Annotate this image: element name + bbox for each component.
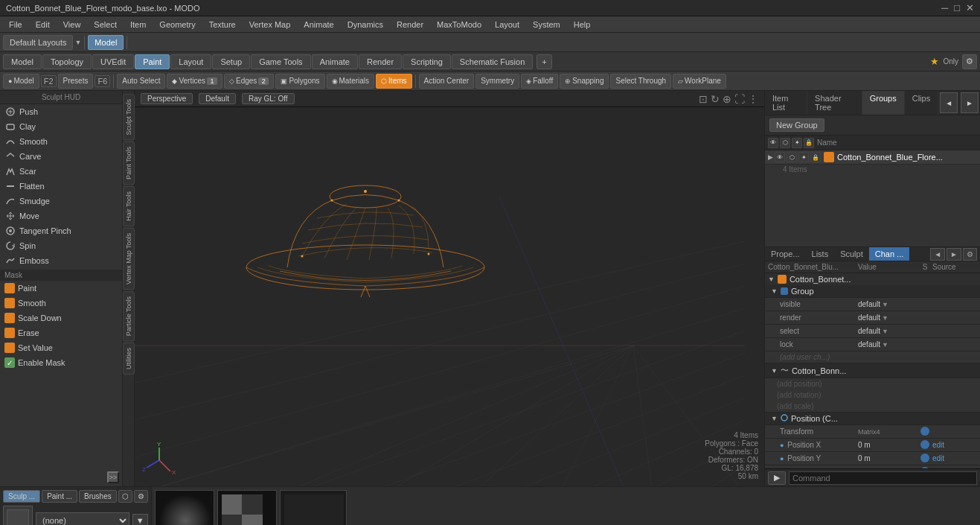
menu-dynamics[interactable]: Dynamics bbox=[342, 19, 389, 31]
command-run-btn[interactable]: ▶ bbox=[768, 471, 786, 485]
brush-swatch-1[interactable] bbox=[155, 490, 214, 525]
tab-item-list[interactable]: Item List bbox=[765, 91, 807, 115]
side-tab-sculpt-tools[interactable]: Sculpt Tools bbox=[123, 94, 135, 140]
maximize-btn[interactable]: □ bbox=[954, 2, 960, 13]
viewport-settings-btn[interactable]: ⋮ bbox=[748, 93, 758, 105]
bottom-tab-paint[interactable]: Paint ... bbox=[42, 490, 77, 503]
model-tab[interactable]: Model bbox=[88, 35, 124, 50]
chan-position-x-edit[interactable]: edit bbox=[932, 441, 977, 449]
panel-collapse-left-btn[interactable]: ◄ bbox=[940, 92, 958, 113]
tab-schematic-fusion[interactable]: Schematic Fusion bbox=[452, 54, 533, 69]
tab-uvedit[interactable]: UVEdit bbox=[92, 54, 134, 69]
tool-spin[interactable]: Spin bbox=[0, 238, 122, 253]
viewport-style-btn[interactable]: Default bbox=[199, 93, 236, 104]
chan-add-position[interactable]: (add position) bbox=[765, 378, 980, 389]
tool-push[interactable]: Push bbox=[0, 104, 122, 119]
chan-tab-sculpt[interactable]: Sculpt bbox=[834, 247, 869, 261]
menu-render[interactable]: Render bbox=[391, 19, 429, 31]
tab-animate[interactable]: Animate bbox=[312, 54, 358, 69]
chan-collapse-btn[interactable]: ◄ bbox=[930, 248, 945, 261]
tab-shader-tree[interactable]: Shader Tree bbox=[807, 91, 862, 115]
menu-layout[interactable]: Layout bbox=[489, 19, 525, 31]
viewport-fullscreen-btn[interactable]: ⛶ bbox=[734, 93, 745, 105]
edges-btn[interactable]: ◇ Edges 2 bbox=[224, 74, 274, 89]
tab-layout[interactable]: Layout bbox=[170, 54, 211, 69]
chan-position-y-edit[interactable]: edit bbox=[932, 454, 977, 462]
snapping-btn[interactable]: ⊕ Snapping bbox=[560, 74, 609, 89]
chan-add-user-group[interactable]: (add user ch...) bbox=[765, 351, 980, 363]
mask-paint[interactable]: Paint bbox=[0, 281, 122, 296]
group-item-cotton-bonnet[interactable]: ▶ 👁 ⬡ ✦ 🔒 Cotton_Bonnet_Blue_Flore... bbox=[765, 150, 980, 165]
tab-topology[interactable]: Topology bbox=[42, 54, 92, 69]
tool-move[interactable]: Move bbox=[0, 209, 122, 223]
chan-row-select[interactable]: select default ▼ bbox=[765, 325, 980, 338]
bottom-tab-brushes[interactable]: Brushes bbox=[79, 490, 117, 503]
group-select-icon[interactable]: ✦ bbox=[798, 152, 809, 162]
falloff-btn[interactable]: ◈ Falloff bbox=[521, 74, 558, 89]
chan-add-rotation[interactable]: (add rotation) bbox=[765, 389, 980, 401]
chan-root-group[interactable]: ▼ Cotton_Bonnet... bbox=[765, 273, 980, 285]
action-center-btn[interactable]: Action Center bbox=[419, 74, 475, 89]
viewport-render-btn[interactable]: Ray GL: Off bbox=[242, 93, 295, 104]
mask-set-value[interactable]: Set Value bbox=[0, 340, 122, 355]
chan-tab-chan[interactable]: Chan ... bbox=[869, 247, 910, 261]
menu-select[interactable]: Select bbox=[88, 19, 123, 31]
viewport-fit-btn[interactable]: ⊡ bbox=[699, 93, 708, 105]
mask-erase[interactable]: Erase bbox=[0, 325, 122, 340]
tool-flatten[interactable]: Flatten bbox=[0, 179, 122, 194]
brush-dropdown-btn[interactable]: ▼ bbox=[132, 514, 148, 525]
chan-tab-properties[interactable]: Prope... bbox=[765, 247, 806, 261]
brush-select-dropdown[interactable]: (none) bbox=[36, 512, 129, 525]
side-tab-particle-tools[interactable]: Particle Tools bbox=[123, 291, 135, 341]
menu-geometry[interactable]: Geometry bbox=[153, 19, 201, 31]
add-tab-btn[interactable]: + bbox=[537, 54, 551, 69]
menu-view[interactable]: View bbox=[57, 19, 87, 31]
tool-clay[interactable]: Clay bbox=[0, 119, 122, 134]
menu-vertex-map[interactable]: Vertex Map bbox=[243, 19, 297, 31]
group-lock-icon[interactable]: 🔒 bbox=[810, 152, 821, 162]
settings-btn[interactable]: ⚙ bbox=[962, 54, 977, 69]
items-btn[interactable]: ⬡ Items bbox=[376, 74, 411, 89]
chan-add-scale[interactable]: (add scale) bbox=[765, 401, 980, 412]
tab-setup[interactable]: Setup bbox=[212, 54, 250, 69]
chan-tab-lists[interactable]: Lists bbox=[806, 247, 835, 261]
tool-tangent-pinch[interactable]: Tangent Pinch bbox=[0, 223, 122, 238]
chan-row-render[interactable]: render default ▼ bbox=[765, 311, 980, 325]
menu-item[interactable]: Item bbox=[124, 19, 152, 31]
chan-row-visible[interactable]: visible default ▼ bbox=[765, 298, 980, 311]
select-through-btn[interactable]: Select Through bbox=[610, 74, 671, 89]
mask-enable[interactable]: ✓ Enable Mask bbox=[0, 355, 122, 370]
viewport[interactable]: Perspective Default Ray GL: Off ⊡ ↻ ⊕ ⛶ … bbox=[135, 91, 764, 486]
chan-settings-btn[interactable]: ⚙ bbox=[963, 248, 977, 261]
chan-group-header-group[interactable]: ▼ Group bbox=[765, 285, 980, 298]
mask-smooth[interactable]: Smooth bbox=[0, 296, 122, 311]
minimize-btn[interactable]: ─ bbox=[941, 2, 948, 13]
viewport-perspective-btn[interactable]: Perspective bbox=[141, 93, 193, 104]
group-render-icon[interactable]: ⬡ bbox=[787, 152, 797, 162]
menu-help[interactable]: Help bbox=[568, 19, 597, 31]
menu-animate[interactable]: Animate bbox=[298, 19, 339, 31]
presets-btn[interactable]: Presets bbox=[58, 74, 94, 89]
workplane-btn[interactable]: ▱ WorkPlane bbox=[673, 74, 726, 89]
chan-row-position-x[interactable]: ● Position X 0 m edit bbox=[765, 439, 980, 452]
tab-groups[interactable]: Groups bbox=[862, 91, 905, 115]
default-layouts-dropdown[interactable]: Default Layouts bbox=[3, 35, 73, 50]
side-tab-vertex-map-tools[interactable]: Vertex Map Tools bbox=[123, 228, 135, 290]
brush-swatch-3[interactable] bbox=[280, 490, 347, 525]
menu-maxtomodo[interactable]: MaxToModo bbox=[431, 19, 487, 31]
chan-row-position-y[interactable]: ● Position Y 0 m edit bbox=[765, 452, 980, 465]
bottom-expand-btn[interactable]: ⬡ bbox=[118, 490, 132, 503]
viewport-canvas[interactable]: X Y Z 4 Items Polygons : Face Channels: … bbox=[135, 107, 764, 486]
bottom-settings-btn[interactable]: ⚙ bbox=[134, 490, 148, 503]
viewport-rotate-btn[interactable]: ↻ bbox=[711, 93, 720, 105]
chan-row-lock[interactable]: lock default ▼ bbox=[765, 338, 980, 351]
side-tab-hair-tools[interactable]: Hair Tools bbox=[123, 186, 135, 226]
chan-expand-btn[interactable]: ► bbox=[947, 248, 961, 261]
menu-file[interactable]: File bbox=[3, 19, 28, 31]
tool-smooth[interactable]: Smooth bbox=[0, 134, 122, 149]
chan-position-header[interactable]: ▼ Position (C... bbox=[765, 413, 980, 425]
collapse-panel-btn[interactable]: >> bbox=[107, 471, 119, 483]
panel-expand-right-btn[interactable]: ► bbox=[961, 92, 979, 113]
model-mode-btn[interactable]: ● Model bbox=[3, 74, 39, 89]
mask-scale-down[interactable]: Scale Down bbox=[0, 311, 122, 325]
